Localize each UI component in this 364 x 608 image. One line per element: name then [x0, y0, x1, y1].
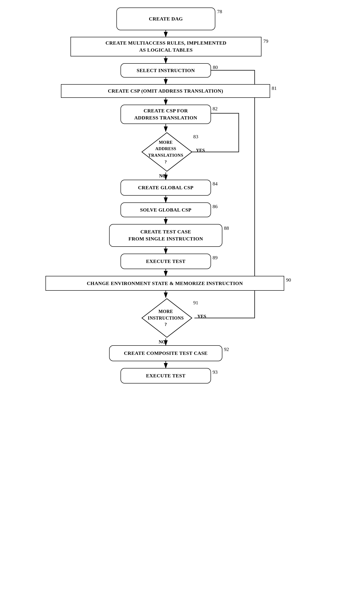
node-execute-test-89-label: EXECUTE TEST — [146, 258, 185, 264]
node-create-global-csp-label: CREATE GLOBAL CSP — [138, 185, 194, 191]
node-create-multiaccess-rules-label: CREATE MULTIACCESS RULES, IMPLEMENTED AS… — [105, 40, 226, 54]
node-create-test-case-single: CREATE TEST CASE FROM SINGLE INSTRUCTION — [109, 224, 222, 247]
node-execute-test-93: EXECUTE TEST — [120, 368, 211, 383]
node-more-instructions-label: MORE INSTRUCTIONS ? — [148, 309, 184, 327]
node-more-addr-translations-label: MORE ADDRESS TRANSLATIONS ? — [148, 140, 183, 164]
node-create-csp-omit-label: CREATE CSP (OMIT ADDRESS TRANSLATION) — [108, 88, 223, 94]
node-create-multiaccess-rules: CREATE MULTIACCESS RULES, IMPLEMENTED AS… — [70, 37, 261, 56]
node-solve-global-csp-label: SOLVE GLOBAL CSP — [140, 207, 191, 213]
yes-label-91: YES — [197, 314, 206, 319]
node-more-addr-translations: MORE ADDRESS TRANSLATIONS ? — [140, 132, 192, 172]
label-89: 89 — [213, 255, 218, 261]
node-select-instruction-label: SELECT INSTRUCTION — [137, 67, 195, 73]
node-create-csp-omit: CREATE CSP (OMIT ADDRESS TRANSLATION) — [61, 84, 270, 98]
node-more-instructions: MORE INSTRUCTIONS ? — [140, 298, 192, 338]
label-90: 90 — [286, 277, 291, 283]
node-create-composite-test-case-label: CREATE COMPOSITE TEST CASE — [124, 350, 208, 356]
no-label-83: NO — [159, 173, 166, 179]
yes-label-83: YES — [196, 148, 205, 153]
label-86: 86 — [213, 204, 218, 210]
node-create-test-case-single-label: CREATE TEST CASE FROM SINGLE INSTRUCTION — [129, 228, 203, 242]
node-create-composite-test-case: CREATE COMPOSITE TEST CASE — [109, 345, 222, 361]
label-79: 79 — [263, 38, 268, 44]
label-80: 80 — [213, 64, 218, 70]
label-93: 93 — [213, 369, 218, 375]
no-label-91: NO — [159, 339, 166, 344]
node-execute-test-89: EXECUTE TEST — [120, 254, 211, 269]
node-create-csp-addr: CREATE CSP FOR ADDRESS TRANSLATION — [120, 105, 211, 124]
node-create-csp-addr-label: CREATE CSP FOR ADDRESS TRANSLATION — [134, 107, 197, 121]
label-84: 84 — [213, 181, 218, 187]
node-create-dag: CREATE DAG — [117, 8, 215, 30]
node-create-global-csp: CREATE GLOBAL CSP — [120, 180, 211, 196]
node-change-env-state: CHANGE ENVIRONMENT STATE & MEMORIZE INST… — [45, 276, 284, 291]
node-change-env-state-label: CHANGE ENVIRONMENT STATE & MEMORIZE INST… — [87, 280, 243, 286]
label-78: 78 — [217, 9, 222, 14]
label-92: 92 — [224, 346, 229, 352]
label-81: 81 — [272, 85, 277, 91]
label-83: 83 — [193, 134, 198, 140]
node-execute-test-93-label: EXECUTE TEST — [146, 373, 185, 379]
label-82: 82 — [213, 106, 218, 112]
label-91: 91 — [193, 300, 198, 306]
node-create-dag-label: CREATE DAG — [149, 16, 183, 22]
flowchart: CREATE DAG 78 CREATE MULTIACCESS RULES, … — [0, 0, 364, 608]
node-select-instruction: SELECT INSTRUCTION — [120, 63, 211, 78]
node-solve-global-csp: SOLVE GLOBAL CSP — [120, 202, 211, 217]
label-88: 88 — [224, 225, 229, 231]
